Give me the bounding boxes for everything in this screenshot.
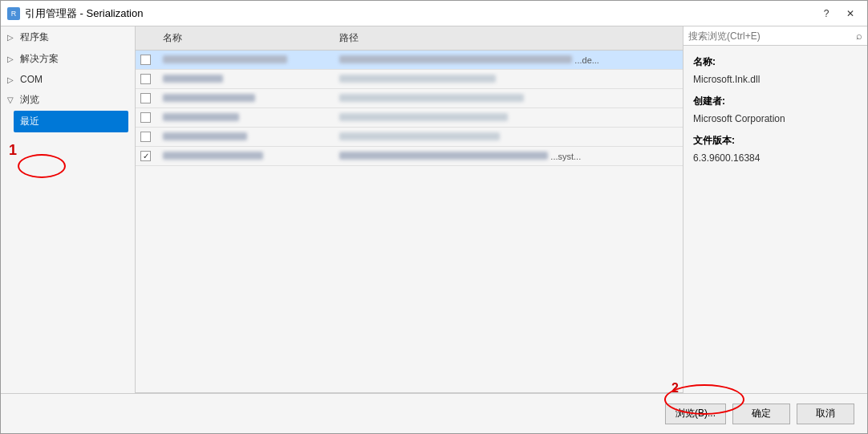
info-section: 名称: Microsoft.Ink.dll 创建者: Microsoft Cor… [683,46,867,176]
arrow-icon: ▷ [7,33,17,42]
col-check [136,30,158,47]
row-check[interactable] [136,130,158,144]
info-version: 文件版本: 6.3.9600.16384 [693,132,858,167]
main-panel: 名称 路径 [136,26,683,393]
browse-button[interactable]: 浏览(B)... [665,404,726,424]
row-path [335,91,683,106]
table-row[interactable] [136,70,683,89]
table-row[interactable] [136,89,683,108]
bottom-bar: 2 浏览(B)... 确定 取消 [1,393,867,433]
version-label: 文件版本: [693,135,735,146]
table-body: ...de... [136,51,683,393]
arrow-icon: ▷ [7,55,17,63]
sidebar-item-label: 解决方案 [20,52,59,66]
row-path: ...syst... [335,149,683,164]
sidebar-item-recent[interactable]: 最近 [14,111,128,132]
name-value: Microsoft.Ink.dll [693,74,760,85]
arrow-icon: ▷ [7,75,17,84]
table-area: 名称 路径 [136,26,683,393]
app-icon: R [7,7,20,20]
row-check[interactable] [136,149,158,163]
row-name [158,53,335,67]
table-header: 名称 路径 [136,26,683,51]
row-path [335,111,683,125]
table-row[interactable]: ...de... [136,51,683,70]
table-row[interactable]: ...syst... [136,147,683,166]
search-icon: ⌕ [856,30,862,42]
search-bar: ⌕ [683,26,867,46]
number-label-2: 2 [671,381,679,395]
row-check[interactable] [136,111,158,124]
checkbox[interactable] [140,132,151,142]
checkbox[interactable] [140,93,151,103]
cancel-button[interactable]: 取消 [797,404,854,424]
checkbox[interactable] [140,112,151,123]
row-check[interactable] [136,53,158,67]
window-title: 引用管理器 - Serialization [25,6,143,21]
title-bar-controls: ? ✕ [816,5,861,22]
name-label: 名称: [693,56,716,67]
table-row[interactable] [136,128,683,147]
col-path: 路径 [335,30,683,47]
number-label-1: 1 [1,142,135,159]
row-check[interactable] [136,72,158,86]
row-path [335,72,683,87]
sidebar-item-label: COM [20,74,43,85]
creator-label: 创建者: [693,95,725,107]
sidebar-item-solution[interactable]: ▷ 解决方案 [1,48,135,70]
search-input[interactable] [688,30,853,42]
sidebar-item-label: 程序集 [20,30,49,44]
info-name-label: 名称: Microsoft.Ink.dll [693,54,858,88]
sidebar-item-assemblies[interactable]: ▷ 程序集 [1,26,135,48]
row-name [158,130,335,144]
arrow-icon: ▽ [7,95,17,104]
checkbox[interactable] [140,151,151,161]
row-check[interactable] [136,91,158,105]
help-button[interactable]: ? [816,5,837,22]
sidebar-item-browse[interactable]: ▽ 浏览 [1,89,135,111]
title-bar-left: R 引用管理器 - Serialization [7,6,143,21]
sidebar-item-com[interactable]: ▷ COM [1,70,135,89]
title-bar: R 引用管理器 - Serialization ? ✕ [1,1,867,26]
sidebar-item-label: 浏览 [20,93,39,107]
content-area: ▷ 程序集 ▷ 解决方案 ▷ COM ▽ 浏览 最近 1 [1,26,867,393]
row-name [158,111,335,125]
info-creator: 创建者: Microsoft Corporation [693,93,858,128]
right-panel: ⌕ 名称: Microsoft.Ink.dll 创建者: Microsoft C… [683,26,867,393]
ok-button[interactable]: 确定 [732,404,790,424]
checkbox[interactable] [140,74,151,84]
version-value: 6.3.9600.16384 [693,152,760,164]
close-button[interactable]: ✕ [840,5,861,22]
row-path [335,130,683,144]
checkbox[interactable] [140,55,151,65]
row-name [158,149,335,164]
row-name [158,72,335,87]
col-name: 名称 [158,30,335,47]
creator-value: Microsoft Corporation [693,113,785,124]
sidebar-item-label: 最近 [20,115,39,128]
table-row[interactable] [136,108,683,128]
row-path: ...de... [335,53,683,67]
row-name [158,91,335,106]
sidebar: ▷ 程序集 ▷ 解决方案 ▷ COM ▽ 浏览 最近 1 [1,26,136,393]
